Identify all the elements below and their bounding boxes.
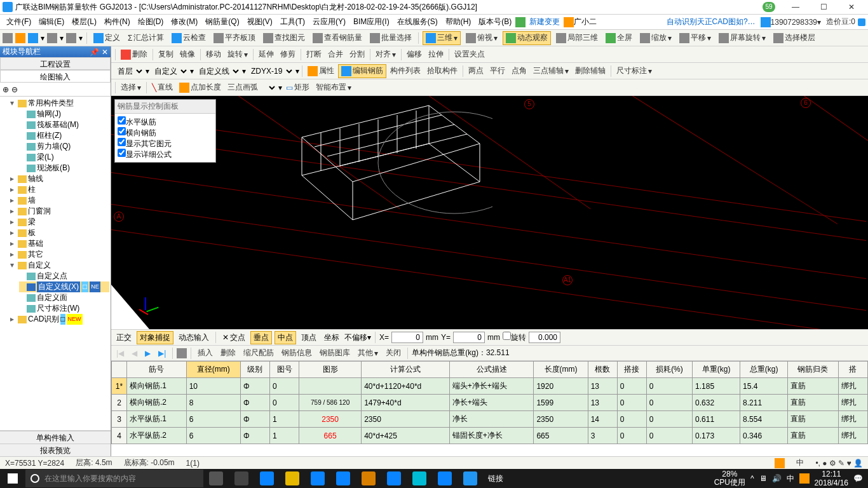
lib-button[interactable]: 钢筋图库 [317,346,353,360]
tree-collapse-icon[interactable]: ⊖ [11,85,18,94]
tab-single-input[interactable]: 单构件输入 [0,431,111,444]
align-button[interactable]: 对齐▾ [373,48,398,62]
find-button[interactable]: 查找图元 [261,31,308,45]
topview-button[interactable]: 俯视▾ [463,31,500,45]
batchsel-button[interactable]: 批量选择 [367,31,414,45]
notif-icon[interactable]: 💬 [853,474,863,483]
lock-icon[interactable] [177,348,187,358]
col-header[interactable] [112,362,127,378]
menu-help[interactable]: 帮助(H) [442,17,475,27]
addlen-button[interactable]: 点加长度 [177,81,224,95]
pan-button[interactable]: 平移▾ [677,31,714,45]
new-change-link[interactable]: 新建变更 [529,17,560,27]
nav-last[interactable]: ▶| [156,349,168,358]
x-input[interactable] [391,332,423,343]
nav-next[interactable]: ▶ [142,349,153,358]
menu-component[interactable]: 构件(N) [100,17,134,27]
select-button[interactable]: 选择▾ [118,81,144,95]
y-input[interactable] [453,332,485,343]
menu-bim[interactable]: BIM应用(I) [349,17,393,27]
col-header[interactable]: 直径(mm) [186,362,240,378]
tab-draw-input[interactable]: 绘图输入 [0,70,111,82]
dim-button[interactable]: 尺寸标注▾ [614,64,654,78]
bell-icon[interactable] [858,18,865,26]
define-button[interactable]: 定义 [91,31,123,45]
tray-icons[interactable]: •, ● ⚙ ✎ ♥ 👤 [815,459,863,468]
table-row[interactable]: 3水平纵筋.16Φ123502350净长235014000.6118.554直筋… [112,411,868,428]
snap-perp[interactable]: 垂点 [250,331,272,344]
tab-report[interactable]: 报表预览 [0,444,111,456]
snap-dyn[interactable]: 动态输入 [176,332,212,344]
ime-s-icon[interactable] [775,458,785,468]
tab-project-settings[interactable]: 工程设置 [0,57,111,69]
undo-icon[interactable] [47,33,57,43]
tray-net-icon[interactable]: 🖥 [759,474,767,483]
menu-online[interactable]: 在线服务(S) [393,17,442,27]
user-name[interactable]: 广小二 [574,17,597,27]
arc-select[interactable] [262,83,277,93]
col-header[interactable]: 总重(kg) [740,362,788,378]
rebar-table[interactable]: 筋号直径(mm)级别图号图形计算公式公式描述长度(mm)根数搭接损耗(%)单重(… [111,361,868,456]
snap-mid[interactable]: 中点 [275,331,296,344]
menu-rebar[interactable]: 钢筋量(Q) [201,17,243,27]
table-row[interactable]: 1*横向钢筋.110Φ040*d+1120+40*d端头+净长+端头192013… [112,378,868,395]
local3d-button[interactable]: 局部三维 [553,31,600,45]
notification-badge[interactable]: 59 [763,2,775,12]
col-header[interactable]: 图形 [299,362,362,378]
cloudcheck-button[interactable]: 云检查 [169,31,208,45]
view3d-button[interactable]: 三维▾ [423,31,461,45]
mirror-button[interactable]: 镜像 [177,48,198,62]
chk-trans[interactable]: 横向钢筋 [118,127,213,138]
menu-view[interactable]: 视图(V) [243,17,276,27]
extend-button[interactable]: 延伸 [256,48,276,62]
col-header[interactable]: 钢筋归类 [788,362,839,378]
chk-detail[interactable]: 显示详细公式 [118,149,213,159]
link-label[interactable]: 链接 [483,473,508,484]
app5-button[interactable] [330,469,356,488]
component-tree[interactable]: 常用构件类型 轴网(J) 筏板基础(M) 框柱(Z) 剪力墙(Q) 梁(L) 现… [0,97,111,430]
stretch-button[interactable]: 拉伸 [426,48,446,62]
redo-icon[interactable] [66,33,76,43]
rotate-check[interactable]: 旋转 [503,332,526,343]
avatar-icon[interactable] [564,17,574,27]
rotate-input[interactable] [529,332,560,343]
app9-button[interactable] [432,469,458,488]
tray-up-icon[interactable]: ^ [750,474,754,483]
snap-ortho[interactable]: 正交 [114,332,134,344]
col-header[interactable]: 根数 [588,362,617,378]
snap-coord[interactable]: 坐标 [322,332,342,344]
merge-button[interactable]: 合并 [325,48,346,62]
snap-osnap[interactable]: 对象捕捉 [137,331,173,344]
tray-vol-icon[interactable]: 🔊 [772,474,782,483]
snap-peak[interactable]: 顶点 [299,332,319,344]
angle-button[interactable]: 点角 [509,64,529,78]
col-header[interactable]: 计算公式 [362,362,449,378]
auto-recognize-link[interactable]: 自动识别天正CAD图如?… [667,17,756,27]
orbit-button[interactable]: 动态观察 [503,31,551,45]
panel-close-icon[interactable]: ✕ [102,48,108,57]
menu-cloud[interactable]: 云应用(Y) [309,17,349,27]
tray-s-icon[interactable] [799,473,810,484]
app7-button[interactable] [381,469,407,488]
viewport-3d[interactable]: 5 6 A A1 [111,96,868,329]
maximize-button[interactable]: ☐ [810,0,837,15]
insert-button[interactable]: 插入 [195,346,215,360]
app10-button[interactable] [458,469,483,488]
save-icon[interactable] [28,33,38,43]
category-select[interactable]: 自定义 [151,66,189,76]
menu-version[interactable]: 版本号(B) [475,17,515,27]
app3-button[interactable] [280,469,305,488]
start-button[interactable] [0,469,25,488]
smart-button[interactable]: 智能布置▾ [313,81,354,95]
other-button[interactable]: 其他▾ [355,346,381,360]
col-header[interactable]: 公式描述 [449,362,534,378]
minimize-button[interactable]: — [782,0,810,15]
rebar-display-panel[interactable]: 钢筋显示控制面板 水平纵筋 横向钢筋 显示其它图元 显示详细公式 [114,99,216,163]
tree-expand-icon[interactable]: ⊕ [3,85,9,94]
app6-button[interactable] [356,469,381,488]
fullscreen-button[interactable]: 全屏 [603,31,635,45]
floor-select[interactable]: 首层 [114,66,144,76]
menu-file[interactable]: 文件(F) [3,17,35,27]
col-header[interactable]: 级别 [240,362,269,378]
rotate-button[interactable]: 旋转▾ [225,48,250,62]
